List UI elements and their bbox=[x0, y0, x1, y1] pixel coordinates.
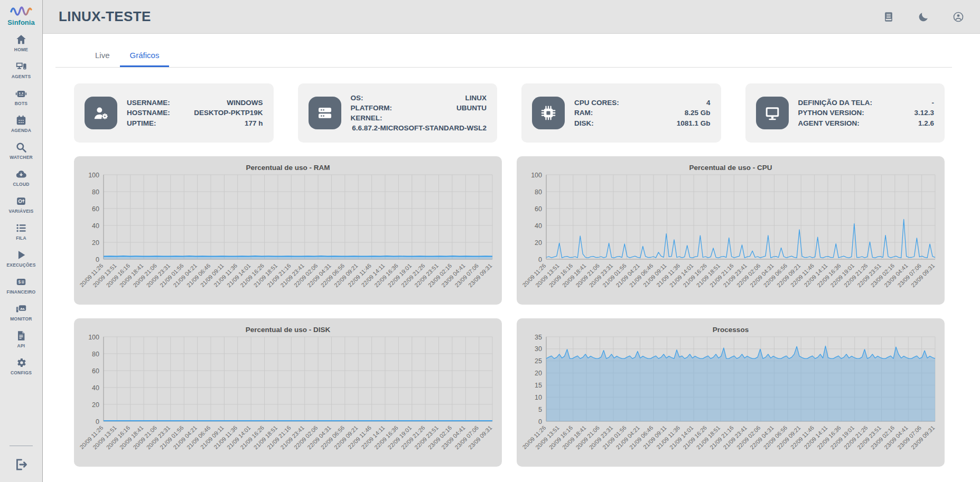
disk-chart-plot: 20/09 11:2620/09 13:5120/09 16:1620/09 1… bbox=[79, 334, 497, 466]
sidebar-item-configs[interactable]: CONFIGS bbox=[0, 357, 42, 375]
brand[interactable]: Sinfonia bbox=[7, 4, 34, 26]
info-label: USERNAME: bbox=[127, 98, 170, 108]
info-label: AGENT VERSION: bbox=[798, 118, 860, 128]
sidebar-item-execucoes[interactable]: EXECUÇÕES bbox=[0, 249, 42, 268]
content: Live Gráficos USERNAME:WINDOWS HOSTNAME:… bbox=[43, 34, 980, 482]
svg-text:35: 35 bbox=[535, 334, 542, 341]
svg-text:0: 0 bbox=[96, 418, 99, 426]
cloud-download-icon bbox=[15, 168, 27, 180]
sidebar-item-monitor[interactable]: MONITOR bbox=[0, 303, 42, 322]
sidebar-item-financeiro[interactable]: $ FINANCEIRO bbox=[0, 276, 42, 295]
sidebar-item-label: EXECUÇÕES bbox=[6, 262, 35, 268]
finance-icon: $ bbox=[15, 276, 27, 288]
info-label: CPU CORES: bbox=[574, 98, 619, 108]
info-value: 4 bbox=[706, 98, 711, 108]
app-root: Sinfonia HOME AGENTS BOTS AGENDA WATCHER bbox=[0, 0, 980, 482]
display-icon bbox=[756, 97, 789, 129]
disk-chart-card: Percentual de uso - DISK 20/09 11:2620/0… bbox=[74, 318, 502, 467]
info-label: OS: bbox=[351, 93, 363, 103]
sidebar-item-cloud[interactable]: CLOUD bbox=[0, 168, 42, 187]
list-icon bbox=[15, 222, 27, 234]
svg-text:0: 0 bbox=[538, 256, 542, 263]
home-icon bbox=[15, 34, 27, 45]
topbar-icons bbox=[883, 11, 964, 23]
versions-info-card: DEFINIÇÃO DA TELA:- PYTHON VERSION:3.12.… bbox=[745, 83, 945, 143]
svg-text:0: 0 bbox=[538, 418, 542, 426]
sidebar-item-agents[interactable]: AGENTS bbox=[0, 61, 42, 79]
tab-bar: Live Gráficos bbox=[55, 45, 952, 68]
processes-chart-plot: 20/09 11:2620/09 13:5120/09 16:1620/09 1… bbox=[522, 334, 939, 466]
svg-text:40: 40 bbox=[92, 384, 99, 392]
chart-title: Processos bbox=[522, 326, 939, 334]
search-icon bbox=[15, 141, 27, 153]
sidebar-item-label: CONFIGS bbox=[11, 370, 32, 375]
vault-icon bbox=[15, 195, 27, 207]
sidebar-item-label: BOTS bbox=[15, 101, 27, 106]
agents-icon bbox=[15, 61, 27, 72]
svg-text:10: 10 bbox=[535, 394, 542, 401]
gear-icon bbox=[15, 357, 27, 368]
chart-title: Percentual de uso - CPU bbox=[522, 164, 939, 172]
info-value: 177 h bbox=[245, 118, 263, 128]
sidebar-item-label: HOME bbox=[14, 47, 28, 52]
sidebar-item-agenda[interactable]: AGENDA bbox=[0, 115, 42, 133]
account-icon[interactable] bbox=[953, 11, 964, 23]
svg-text:0: 0 bbox=[96, 256, 99, 263]
sidebar-item-bots[interactable]: BOTS bbox=[0, 88, 42, 106]
info-label: KERNEL: bbox=[351, 113, 382, 123]
os-info-card: OS:LINUX PLATFORM:UBUNTU KERNEL:6.6.87.2… bbox=[298, 83, 498, 143]
svg-text:20: 20 bbox=[535, 239, 542, 247]
sidebar-item-label: WATCHER bbox=[10, 155, 33, 160]
info-label: RAM: bbox=[574, 108, 593, 118]
sidebar-item-variaveis[interactable]: VARIÁVEIS bbox=[0, 195, 42, 214]
info-value: 1.2.6 bbox=[918, 118, 934, 128]
cpu-icon bbox=[532, 97, 565, 129]
svg-text:80: 80 bbox=[92, 188, 99, 196]
server-icon bbox=[309, 97, 341, 129]
charts-grid: Percentual de uso - RAM 20/09 11:2620/09… bbox=[74, 156, 945, 467]
hardware-info-card: CPU CORES:4 RAM:8.25 Gb DISK:1081.1 Gb bbox=[521, 83, 721, 143]
topbar: LINUX-TESTE bbox=[43, 0, 980, 34]
brand-name: Sinfonia bbox=[7, 18, 34, 26]
os-info-rows: OS:LINUX PLATFORM:UBUNTU KERNEL:6.6.87.2… bbox=[351, 93, 487, 134]
info-value: 3.12.3 bbox=[914, 108, 934, 118]
tab-live[interactable]: Live bbox=[85, 45, 120, 67]
media-icon bbox=[15, 303, 27, 315]
info-label: PYTHON VERSION: bbox=[798, 108, 864, 118]
sidebar-item-fila[interactable]: FILA bbox=[0, 222, 42, 241]
svg-text:100: 100 bbox=[88, 334, 99, 341]
svg-text:5: 5 bbox=[538, 406, 542, 413]
info-label: DEFINIÇÃO DA TELA: bbox=[798, 98, 873, 108]
sidebar-item-api[interactable]: API bbox=[0, 330, 42, 348]
cpu-chart-plot: 20/09 11:2620/09 13:5120/09 16:1620/09 1… bbox=[522, 172, 939, 304]
svg-text:100: 100 bbox=[88, 172, 99, 179]
ram-chart-card: Percentual de uso - RAM 20/09 11:2620/09… bbox=[74, 156, 502, 305]
svg-text:80: 80 bbox=[535, 188, 542, 196]
chart-title: Percentual de uso - RAM bbox=[79, 164, 497, 172]
docs-icon[interactable] bbox=[883, 11, 894, 23]
versions-info-rows: DEFINIÇÃO DA TELA:- PYTHON VERSION:3.12.… bbox=[798, 98, 935, 128]
svg-text:15: 15 bbox=[535, 382, 542, 389]
sinfonia-logo-icon bbox=[10, 4, 33, 18]
info-value: LINUX bbox=[465, 93, 487, 103]
cpu-chart-card: Percentual de uso - CPU 20/09 11:2620/09… bbox=[517, 156, 945, 305]
sidebar-item-label: FINANCEIRO bbox=[7, 289, 36, 295]
ram-chart-plot: 20/09 11:2620/09 13:5120/09 16:1620/09 1… bbox=[79, 172, 497, 304]
sidebar-item-watcher[interactable]: WATCHER bbox=[0, 141, 42, 160]
tab-graficos[interactable]: Gráficos bbox=[120, 45, 170, 67]
sidebar-bottom bbox=[0, 446, 42, 482]
svg-text:20: 20 bbox=[92, 239, 99, 247]
info-cards: USERNAME:WINDOWS HOSTNAME:DESKTOP-PKTP19… bbox=[74, 83, 945, 143]
page-title: LINUX-TESTE bbox=[59, 8, 151, 25]
dark-mode-icon[interactable] bbox=[918, 11, 929, 23]
info-value: DESKTOP-PKTP19K bbox=[194, 108, 263, 118]
svg-text:30: 30 bbox=[535, 345, 542, 353]
sidebar-item-home[interactable]: HOME bbox=[0, 34, 42, 52]
user-gear-icon bbox=[85, 97, 117, 129]
sidebar-item-label: MONITOR bbox=[10, 316, 32, 322]
processes-chart-card: Processos 20/09 11:2620/09 13:5120/09 16… bbox=[517, 318, 945, 467]
sidebar-item-label: VARIÁVEIS bbox=[9, 209, 34, 214]
play-icon bbox=[15, 249, 27, 261]
info-value: 1081.1 Gb bbox=[677, 118, 711, 128]
logout-icon[interactable] bbox=[14, 458, 28, 474]
